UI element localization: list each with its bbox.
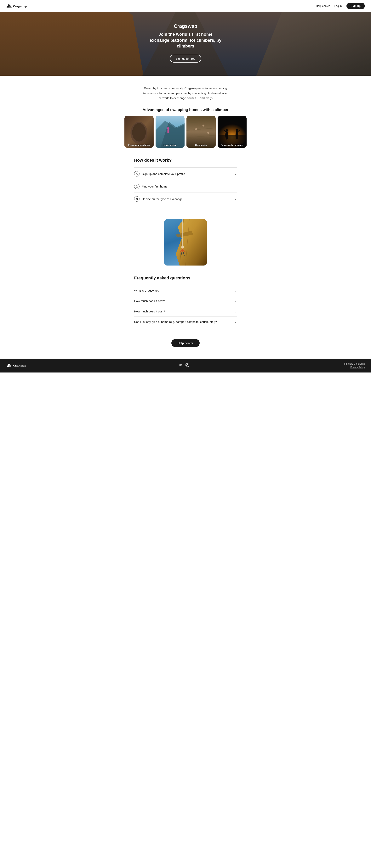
svg-rect-15 — [167, 130, 169, 133]
intro-section: Driven by trust and community, Cragswap … — [137, 76, 234, 107]
accordion-icon-home — [134, 184, 140, 189]
faq-left-2: How much does it cost? — [134, 310, 165, 313]
hero-headline: Join the world's first home exchange pla… — [149, 31, 222, 49]
faq-chevron-1: ⌄ — [235, 300, 237, 303]
accordion-icon-exchange — [134, 196, 140, 202]
accordion-label-signup: Sign up and complete your profile — [142, 172, 185, 176]
card-3-bg — [187, 116, 216, 148]
help-section: Help center — [0, 337, 371, 359]
footer-social-icons: ✉ — [179, 363, 189, 368]
hero-section: Cragswap Join the world's first home exc… — [0, 10, 371, 76]
footer: Cragswap ✉ Terms and Conditions Privacy … — [0, 359, 371, 372]
footer-email-icon[interactable]: ✉ — [179, 363, 182, 368]
footer-privacy-link[interactable]: Privacy Policy — [350, 366, 365, 369]
card-1-bg — [124, 116, 153, 148]
faq-item-3[interactable]: Can I list any type of home (e.g. camper… — [134, 317, 237, 327]
faq-chevron-3: ⌄ — [235, 320, 237, 323]
accordion-left-signup: Sign up and complete your profile — [134, 171, 185, 177]
svg-point-49 — [188, 364, 189, 364]
accordion-item-signup[interactable]: Sign up and complete your profile ⌄ — [134, 167, 237, 180]
footer-instagram-icon[interactable] — [185, 363, 189, 368]
advantage-card-free-accommodation[interactable]: Free accommodation — [124, 116, 153, 148]
advantage-card-reciprocal[interactable]: Reciprocal exchanges — [218, 116, 247, 148]
faq-title: Frequently asked questions — [134, 276, 237, 281]
advantages-title: Advantages of swapping homes with a clim… — [124, 107, 247, 112]
footer-mountain-icon — [6, 363, 11, 368]
navbar: Cragswap Help center Log in Sign up — [0, 0, 371, 12]
climbing-image — [164, 219, 207, 266]
faq-label-1: How much does it cost? — [134, 299, 165, 303]
nav-signup-button[interactable]: Sign up — [346, 3, 365, 9]
card-4-bg — [218, 116, 247, 148]
svg-rect-16 — [187, 116, 216, 148]
advantage-card-local-advice[interactable]: Local advice — [155, 116, 185, 148]
accordion-label-home: Find your first home — [142, 185, 168, 188]
help-center-button[interactable]: Help center — [171, 339, 200, 347]
how-title: How does it work? — [134, 158, 237, 163]
footer-logo-text: Cragswap — [13, 364, 26, 367]
faq-label-3: Can I list any type of home (e.g. camper… — [134, 320, 217, 323]
faq-item-0[interactable]: What is Cragswap? ⌄ — [134, 285, 237, 296]
accordion-left-home: Find your first home — [134, 184, 168, 189]
faq-item-1[interactable]: How much does it cost? ⌄ — [134, 296, 237, 306]
faq-left-0: What is Cragswap? — [134, 289, 159, 292]
faq-label-2: How much does it cost? — [134, 310, 165, 313]
svg-point-20 — [195, 128, 197, 130]
hero-content: Cragswap Join the world's first home exc… — [141, 23, 230, 63]
svg-point-32 — [136, 173, 137, 174]
nav-logo-text: Cragswap — [13, 4, 27, 8]
advantages-grid: Free accommodation — [124, 116, 247, 148]
faq-label-0: What is Cragswap? — [134, 289, 159, 292]
svg-point-38 — [181, 246, 184, 249]
card-1-label: Free accommodation — [124, 144, 153, 146]
card-4-label: Reciprocal exchanges — [218, 144, 247, 146]
hero-signup-button[interactable]: Sign up for free — [170, 55, 201, 63]
card-2-label: Local advice — [155, 144, 185, 146]
advantage-card-community[interactable]: Community — [187, 116, 216, 148]
hero-site-name: Cragswap — [149, 23, 222, 29]
faq-item-2[interactable]: How much does it cost? ⌄ — [134, 306, 237, 317]
nav-logo[interactable]: Cragswap — [6, 3, 27, 9]
svg-point-22 — [207, 132, 209, 134]
svg-point-14 — [167, 127, 169, 130]
faq-section: Frequently asked questions What is Crags… — [130, 276, 241, 337]
how-section: How does it work? Sign up and complete y… — [130, 158, 241, 215]
svg-rect-39 — [182, 249, 183, 252]
svg-point-48 — [187, 364, 188, 366]
accordion-icon-person — [134, 171, 140, 177]
mountain-icon — [6, 3, 11, 9]
climbing-image-bg — [164, 219, 207, 266]
accordion-chevron-signup: ⌄ — [235, 172, 237, 175]
nav-login-link[interactable]: Log in — [335, 4, 342, 7]
svg-point-21 — [202, 125, 204, 126]
accordion-chevron-home: ⌄ — [235, 185, 237, 188]
card-3-label: Community — [187, 144, 216, 146]
intro-text: Driven by trust and community, Cragswap … — [142, 86, 229, 101]
climbing-image-section — [0, 215, 371, 276]
footer-terms-link[interactable]: Terms and Conditions — [342, 363, 365, 365]
footer-logo: Cragswap — [6, 363, 26, 368]
faq-chevron-0: ⌄ — [235, 289, 237, 292]
nav-links: Help center Log in Sign up — [316, 3, 365, 9]
accordion-item-exchange[interactable]: Decide on the type of exchange ⌄ — [134, 193, 237, 205]
accordion-label-exchange: Decide on the type of exchange — [142, 197, 182, 200]
faq-left-1: How much does it cost? — [134, 299, 165, 303]
accordion-chevron-exchange: ⌄ — [235, 197, 237, 200]
accordion-left-exchange: Decide on the type of exchange — [134, 196, 182, 202]
card-2-bg — [155, 116, 185, 148]
nav-help-link[interactable]: Help center — [316, 4, 330, 7]
svg-point-10 — [132, 123, 146, 141]
faq-chevron-2: ⌄ — [235, 310, 237, 313]
accordion-item-home[interactable]: Find your first home ⌄ — [134, 180, 237, 193]
advantages-section: Advantages of swapping homes with a clim… — [120, 107, 251, 158]
footer-links: Terms and Conditions Privacy Policy — [342, 363, 365, 369]
faq-left-3: Can I list any type of home (e.g. camper… — [134, 320, 217, 323]
